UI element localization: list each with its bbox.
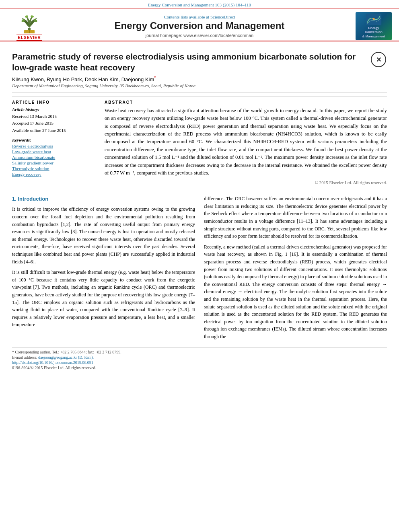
received-date: Received 13 March 2015 — [12, 113, 97, 120]
footer: * Corresponding author. Tel.: +82 2 705 … — [12, 347, 387, 370]
keyword-3[interactable]: Ammonium bicarbonate — [12, 155, 97, 160]
body-para-3: difference. The ORC however suffers an e… — [204, 195, 387, 240]
doi-link[interactable]: http://dx.doi.org/10.1016/j.enconman.201… — [12, 360, 387, 365]
crossmark-icon — [371, 52, 386, 67]
journal-header-center: Contents lists available at ScienceDirec… — [51, 14, 348, 38]
keywords-section: Keywords: Reverse electrodialysis Low-gr… — [12, 138, 97, 177]
homepage-line: journal homepage: www.elsevier.com/locat… — [51, 33, 348, 38]
svg-point-4 — [30, 15, 34, 18]
elsevier-tree-icon — [15, 12, 43, 34]
available-date: Available online 27 June 2015 — [12, 127, 97, 134]
abstract-col: ABSTRACT Waste heat recovery has attract… — [105, 100, 387, 185]
abstract-header: ABSTRACT — [105, 100, 387, 105]
abstract-text: Waste heat recovery has attracted a sign… — [105, 107, 387, 177]
body-section: 1. Introduction It is critical to improv… — [12, 195, 387, 343]
svg-point-3 — [25, 15, 28, 18]
journal-title: Energy Conversion and Management — [51, 20, 348, 31]
journal-header: ELSEVIER Contents lists available at Sci… — [0, 8, 399, 41]
sciencedirect-link[interactable]: ScienceDirect — [210, 14, 235, 19]
journal-logo: EnergyConversion& Management — [356, 12, 392, 40]
article-title: Parametric study of reverse electrodialy… — [12, 51, 370, 73]
article-info-col: ARTICLE INFO Article history: Received 1… — [12, 100, 97, 185]
journal-logo-text: EnergyConversion& Management — [362, 26, 385, 39]
issn-line: 0196-8904/© 2015 Elsevier Ltd. All right… — [12, 366, 387, 370]
affiliation-line: Department of Mechanical Engineering, So… — [12, 83, 370, 88]
accepted-date: Accepted 17 June 2015 — [12, 120, 97, 127]
info-abstract-section: ARTICLE INFO Article history: Received 1… — [12, 97, 387, 185]
keyword-4[interactable]: Salinity gradient power — [12, 160, 97, 165]
journal-reference-text: Energy Conversion and Management 103 (20… — [148, 2, 251, 7]
section-divider — [12, 190, 387, 190]
body-para-1: It is critical to improve the efficiency… — [12, 205, 195, 265]
footnote-star: * Corresponding author. Tel.: +82 2 705 … — [12, 350, 387, 354]
elsevier-logo-area: ELSEVIER — [7, 12, 51, 41]
keyword-2[interactable]: Low-grade waste heat — [12, 149, 97, 154]
svg-rect-6 — [29, 30, 30, 33]
keyword-5[interactable]: Thermolytic solution — [12, 166, 97, 171]
body-left-col: 1. Introduction It is critical to improv… — [12, 195, 195, 343]
elsevier-wordmark: ELSEVIER — [16, 35, 42, 41]
body-para-4: Recently, a new method (called a thermal… — [204, 243, 387, 341]
journal-logo-graphic-icon — [362, 14, 386, 25]
crossmark-badge[interactable] — [370, 51, 387, 68]
contents-available-label: Contents lists available at ScienceDirec… — [51, 14, 348, 19]
journal-reference-bar: Energy Conversion and Management 103 (20… — [0, 0, 399, 8]
elsevier-logo: ELSEVIER — [7, 12, 51, 41]
section1-title: 1. Introduction — [12, 195, 195, 203]
footnote-email: E-mail address: daejoong@sogang.ac.kr (D… — [12, 355, 387, 359]
copyright-line: © 2015 Elsevier Ltd. All rights reserved… — [105, 180, 387, 185]
keyword-6[interactable]: Energy recovery — [12, 172, 97, 177]
body-para-2: It is still difficult to harvest low-gra… — [12, 269, 195, 329]
journal-logo-area: EnergyConversion& Management — [348, 12, 392, 40]
body-right-col: difference. The ORC however suffers an e… — [204, 195, 387, 343]
authors-line: Kilsung Kwon, Byung Ho Park, Deok Han Ki… — [12, 76, 370, 82]
article-content: Parametric study of reverse electrodialy… — [0, 41, 399, 375]
keyword-1[interactable]: Reverse electrodialysis — [12, 144, 97, 148]
article-title-block: Parametric study of reverse electrodialy… — [12, 51, 370, 90]
svg-point-8 — [372, 18, 374, 20]
email-link[interactable]: daejoong@sogang.ac.kr (D. Kim). — [38, 355, 94, 359]
article-info-header: ARTICLE INFO — [12, 100, 97, 105]
keywords-label: Keywords: — [12, 138, 97, 142]
article-title-section: Parametric study of reverse electrodialy… — [12, 45, 387, 92]
article-history-label: Article history: — [12, 107, 97, 112]
